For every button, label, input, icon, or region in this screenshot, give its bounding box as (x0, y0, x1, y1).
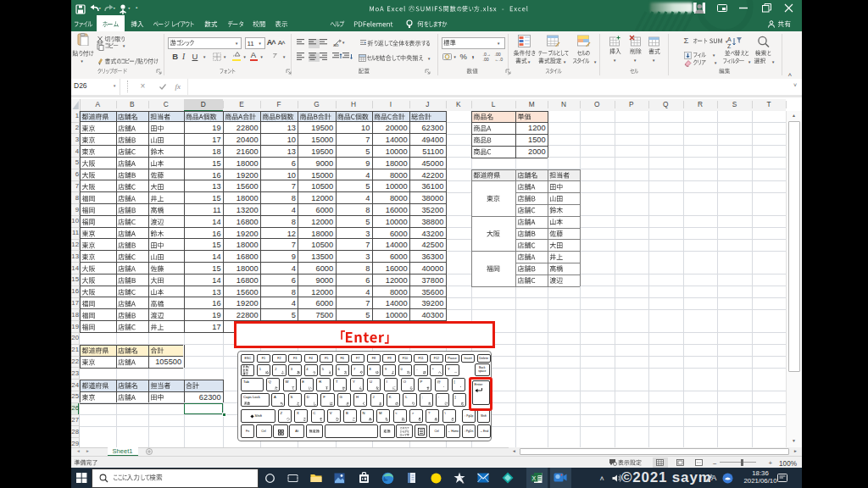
svg-text:A: A (727, 36, 732, 42)
svg-text:Z: Z (727, 42, 732, 48)
svg-text:ab: ab (333, 42, 339, 47)
svg-text:X: X (532, 475, 537, 481)
